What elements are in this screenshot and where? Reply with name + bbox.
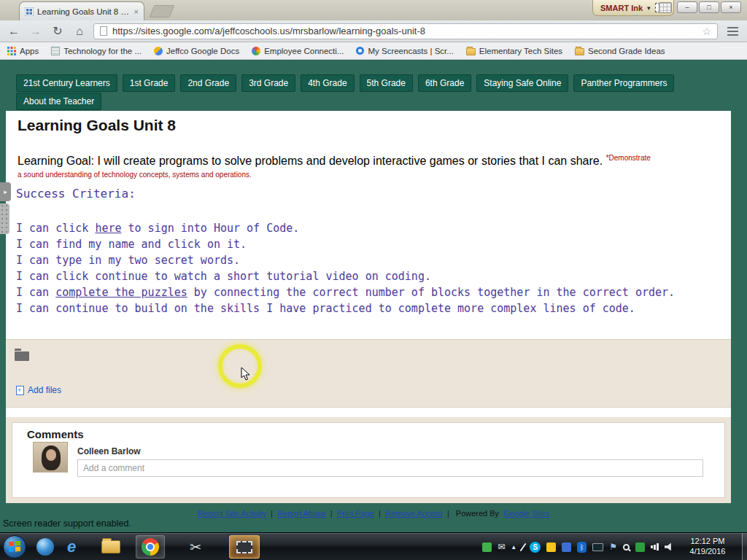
url-text[interactable]: https://sites.google.com/a/jeffcoschools… [112, 26, 425, 36]
taskbar-explorer-icon[interactable] [98, 533, 124, 560]
learning-goal-text: Learning Goal: I will create programs to… [18, 155, 603, 167]
apps-label: Apps [20, 47, 39, 55]
internet-explorer-icon: e [67, 537, 76, 556]
reload-button[interactable]: ↻ [50, 24, 66, 38]
nav-4th-grade[interactable]: 4th Grade [301, 74, 354, 92]
bookmark-item[interactable]: Technology for the ... [51, 47, 142, 55]
tab-favicon [25, 7, 34, 16]
nav-6th-grade[interactable]: 6th Grade [418, 74, 471, 92]
browser-toolbar: ← → ↻ ⌂ https://sites.google.com/a/jeffc… [0, 20, 747, 42]
success-criteria-heading: Success Criteria: [16, 187, 136, 201]
site-nav-row-2: About the Teacher [16, 93, 101, 110]
mail-icon[interactable]: ✉ [498, 542, 505, 552]
taskbar-clock[interactable]: 12:12 PM 4/19/2016 [677, 536, 738, 556]
tab-close-icon[interactable]: × [134, 7, 139, 16]
bookmark-item[interactable]: Employee Connecti... [252, 47, 344, 55]
recent-site-activity-link[interactable]: Recent Site Activity [198, 509, 266, 518]
nav-1st-grade[interactable]: 1st Grade [123, 74, 176, 92]
bookmark-star-icon[interactable]: ☆ [702, 26, 711, 37]
site-favicon [252, 47, 260, 55]
drag-grip-handle[interactable] [0, 203, 9, 234]
expand-arrow-icon[interactable]: ▸ [0, 182, 11, 201]
display-icon[interactable] [592, 543, 603, 551]
nav-panther-programmers[interactable]: Panther Programmers [573, 74, 674, 92]
criteria-line: I can continue to build on the skills I … [16, 300, 675, 316]
criteria-line: I can find my name and click on it. [16, 236, 675, 252]
report-abuse-link[interactable]: Report Abuse [277, 509, 326, 518]
apps-shortcut[interactable]: Apps [7, 47, 39, 55]
smart-ink-toolbox-icon[interactable] [659, 2, 672, 13]
complete-puzzles-link[interactable]: complete the puzzles [55, 286, 187, 299]
desktop: Learning Goals Unit 8 - Te × SMART Ink ▾… [0, 0, 747, 560]
site-footer: Recent Site Activity | Report Abuse | Pr… [0, 509, 747, 518]
back-button[interactable]: ← [6, 25, 22, 38]
touch-highlight-ring [218, 344, 262, 388]
page-title: Learning Goals Unit 8 [18, 117, 176, 134]
content-card: Learning Goals Unit 8 Learning Goal: I w… [6, 111, 731, 503]
close-button[interactable]: × [721, 1, 741, 13]
new-tab-button[interactable] [150, 5, 175, 18]
comments-heading: Comments [27, 428, 84, 440]
tray-yellow-app-icon[interactable] [546, 542, 556, 552]
browser-tab[interactable]: Learning Goals Unit 8 - Te × [19, 1, 144, 20]
magnifier-icon[interactable] [623, 544, 630, 551]
flag-icon[interactable]: ⚑ [609, 542, 617, 552]
volume-icon[interactable] [665, 542, 674, 551]
nav-staying-safe-online[interactable]: Staying Safe Online [476, 74, 568, 92]
home-button[interactable]: ⌂ [71, 25, 88, 38]
remove-access-link[interactable]: Remove Access [385, 509, 443, 518]
folder-icon [101, 540, 120, 553]
criteria-line: I can type in my two secret words. [16, 252, 675, 268]
smart-ink-label: SMART Ink [600, 4, 643, 12]
selection-rectangle-icon [236, 541, 252, 553]
chevron-down-icon[interactable]: ▾ [647, 4, 651, 12]
minimize-button[interactable]: – [677, 1, 697, 13]
address-bar[interactable]: https://sites.google.com/a/jeffcoschools… [93, 23, 718, 39]
restore-button[interactable]: □ [699, 1, 719, 13]
network-signal-icon[interactable] [651, 543, 659, 551]
show-hidden-icons-chevron[interactable]: ▲ [511, 544, 516, 551]
add-file-icon [16, 386, 24, 395]
bookmark-label: Technology for the ... [63, 47, 142, 55]
success-criteria-list: I can click here to sign into Hour of Co… [16, 220, 675, 316]
skype-icon[interactable]: S [530, 542, 541, 553]
nav-2nd-grade[interactable]: 2nd Grade [180, 74, 236, 92]
forward-button[interactable]: → [28, 25, 44, 38]
nav-3rd-grade[interactable]: 3rd Grade [241, 74, 295, 92]
browser-menu-button[interactable] [724, 27, 741, 36]
taskbar-snipping-tool-icon[interactable]: ✂ [182, 533, 209, 560]
nav-21st-century-learners[interactable]: 21st Century Learners [16, 74, 117, 92]
nav-about-the-teacher[interactable]: About the Teacher [16, 93, 101, 110]
stylus-icon[interactable] [522, 542, 524, 552]
show-desktop-button[interactable] [742, 533, 747, 560]
bookmark-item[interactable]: Elementary Tech Sites [466, 47, 562, 55]
comment-input[interactable] [77, 459, 703, 477]
taskbar-internet-explorer-icon[interactable]: e [60, 533, 83, 560]
start-button[interactable] [3, 535, 26, 559]
comment-author-name: Colleen Barlow [77, 446, 141, 456]
bluetooth-icon[interactable]: ᛒ [577, 542, 587, 553]
bookmark-item[interactable]: Second Grade Ideas [575, 47, 665, 55]
add-files-link[interactable]: Add files [16, 385, 61, 395]
bookmark-item[interactable]: My Screencasts | Scr... [356, 47, 453, 55]
tray-blue-app-icon[interactable] [562, 542, 571, 552]
nav-5th-grade[interactable]: 5th Grade [360, 74, 413, 92]
tray-green-badge-icon[interactable] [635, 542, 645, 552]
taskbar-media-player-icon[interactable] [34, 533, 57, 560]
bookmark-item[interactable]: Jeffco Google Docs [154, 47, 239, 55]
page-security-icon[interactable] [100, 26, 107, 36]
site-favicon [51, 47, 60, 55]
hour-of-code-link[interactable]: here [95, 222, 121, 235]
print-page-link[interactable]: Print Page [337, 509, 374, 518]
bookmark-label: Employee Connecti... [264, 47, 344, 55]
tray-green-app-icon[interactable] [482, 542, 492, 552]
site-favicon [356, 47, 364, 55]
taskbar-chrome-button[interactable] [136, 535, 165, 559]
chrome-icon [142, 538, 159, 556]
google-sites-link[interactable]: Google Sites [503, 509, 549, 518]
smart-ink-side-handle: ▸ [0, 182, 11, 234]
windows-logo-icon [9, 541, 20, 553]
system-tray: ✉ ▲ S ᛒ ⚑ [482, 533, 674, 560]
taskbar-capture-tool-button[interactable] [229, 535, 260, 559]
powered-by-text: Powered By [456, 509, 499, 518]
